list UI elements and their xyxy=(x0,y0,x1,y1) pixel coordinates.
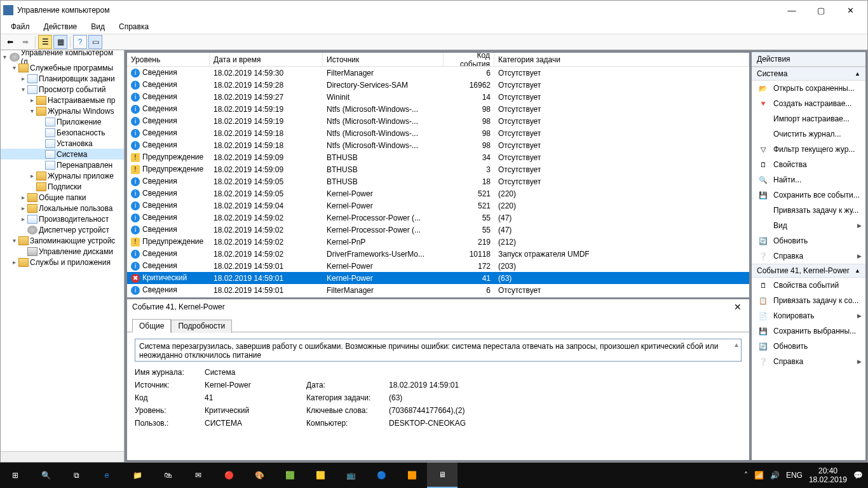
event-row[interactable]: iСведения18.02.2019 14:59:28Directory-Se… xyxy=(127,79,749,91)
taskbar-app1[interactable]: 🟩 xyxy=(275,463,305,488)
tree-item[interactable]: Диспетчер устройст xyxy=(1,224,124,235)
event-row[interactable]: iСведения18.02.2019 14:59:05Kernel-Power… xyxy=(127,187,749,200)
help-button[interactable]: ? xyxy=(73,35,87,49)
tree-item[interactable]: ▾Просмотр событий xyxy=(1,84,124,95)
event-row[interactable]: iСведения18.02.2019 14:59:02Kernel-Proce… xyxy=(127,212,749,224)
taskbar-mail[interactable]: ✉ xyxy=(183,463,214,488)
event-row[interactable]: iСведения18.02.2019 14:59:01Kernel-Power… xyxy=(127,260,749,272)
nav-tree[interactable]: ▾Управление компьютером (л▾Служебные про… xyxy=(1,51,124,268)
tree-item[interactable]: Подписки xyxy=(1,181,124,192)
tray-chevron-icon[interactable]: ˄ xyxy=(744,471,748,480)
tab-details[interactable]: Подробности xyxy=(171,320,232,333)
tree-item[interactable]: ▾Запоминающие устройс xyxy=(1,235,124,246)
event-row[interactable]: iСведения18.02.2019 14:59:30FilterManage… xyxy=(127,67,749,79)
event-row[interactable]: !Предупреждение18.02.2019 14:59:09BTHUSB… xyxy=(127,151,749,163)
tree-item[interactable]: ▸Локальные пользова xyxy=(1,203,124,214)
action-item[interactable]: ❔Справка▶ xyxy=(752,354,865,369)
action-item[interactable]: 🔄Обновить xyxy=(752,233,865,248)
start-button[interactable]: ⊞ xyxy=(0,463,31,488)
action-item[interactable]: Импорт настраивае... xyxy=(752,111,865,126)
tree-item[interactable]: ▸Общие папки xyxy=(1,192,124,203)
event-row[interactable]: iСведения18.02.2019 14:59:01FilterManage… xyxy=(127,284,749,296)
taskbar-explorer[interactable]: 📁 xyxy=(122,463,153,488)
tray-clock[interactable]: 20:40 18.02.2019 xyxy=(809,466,847,484)
menu-view[interactable]: Вид xyxy=(85,21,111,32)
event-row[interactable]: iСведения18.02.2019 14:59:18Ntfs (Micros… xyxy=(127,139,749,151)
event-row[interactable]: iСведения18.02.2019 14:59:18Ntfs (Micros… xyxy=(127,127,749,139)
tree-item[interactable]: ▾Журналы Windows xyxy=(1,105,124,116)
tree-item[interactable]: Управление дисками xyxy=(1,246,124,257)
tab-general[interactable]: Общие xyxy=(132,319,171,332)
msg-scroll-up[interactable]: ▲ xyxy=(733,341,740,348)
taskbar-paint[interactable]: 🎨 xyxy=(244,463,275,488)
taskbar-store[interactable]: 🛍 xyxy=(153,463,183,488)
action-item[interactable]: 📄Копировать▶ xyxy=(752,308,865,323)
forward-button[interactable]: ➡ xyxy=(18,35,32,49)
col-level[interactable]: Уровень xyxy=(127,53,210,66)
tree-scroll-right[interactable]: ► xyxy=(112,452,123,462)
tree-item[interactable]: Перенаправлен xyxy=(1,159,124,170)
close-button[interactable]: ✕ xyxy=(836,1,865,20)
action-item[interactable]: 🔻Создать настраивае... xyxy=(752,96,865,111)
taskbar-chrome[interactable]: 🔴 xyxy=(214,463,244,488)
action-item[interactable]: 🔍Найти... xyxy=(752,172,865,187)
menu-action[interactable]: Действие xyxy=(37,21,84,32)
toolbar-btn-1[interactable]: ☰ xyxy=(38,35,52,49)
col-source[interactable]: Источник xyxy=(323,53,444,66)
menu-help[interactable]: Справка xyxy=(112,21,155,32)
event-row[interactable]: !Предупреждение18.02.2019 14:59:09BTHUSB… xyxy=(127,163,749,175)
taskbar-app2[interactable]: 🟨 xyxy=(305,463,336,488)
minimize-button[interactable]: — xyxy=(777,1,806,20)
event-row[interactable]: iСведения18.02.2019 14:59:27Wininit14Отс… xyxy=(127,91,749,103)
tree-item[interactable]: ▸Службы и приложения xyxy=(1,257,124,268)
event-row[interactable]: iСведения18.02.2019 14:59:19Ntfs (Micros… xyxy=(127,115,749,127)
action-item[interactable]: Привязать задачу к жу... xyxy=(752,203,865,218)
tray-language[interactable]: ENG xyxy=(786,471,803,480)
event-row[interactable]: iСведения18.02.2019 14:59:19Ntfs (Micros… xyxy=(127,103,749,115)
action-item[interactable]: 💾Сохранить выбранны... xyxy=(752,323,865,339)
tree-item[interactable]: ▸Настраиваемые пр xyxy=(1,95,124,105)
tray-network-icon[interactable]: 📶 xyxy=(754,471,764,480)
search-button[interactable]: 🔍 xyxy=(31,463,61,488)
taskbar-sublime[interactable]: 🟧 xyxy=(397,463,427,488)
tree-item[interactable]: ▾Служебные программы xyxy=(1,62,124,73)
tree-item[interactable]: ▸Журналы приложе xyxy=(1,170,124,181)
tree-item[interactable]: Приложение xyxy=(1,116,124,127)
action-item[interactable]: ▽Фильтр текущего жур... xyxy=(752,142,865,157)
taskbar-edge[interactable]: e xyxy=(92,463,122,488)
menu-file[interactable]: Файл xyxy=(4,21,36,32)
back-button[interactable]: ⬅ xyxy=(3,35,17,49)
action-item[interactable]: 📂Открыть сохраненны... xyxy=(752,81,865,96)
taskbar-app4[interactable]: 🔵 xyxy=(366,463,397,488)
col-datetime[interactable]: Дата и время xyxy=(210,53,323,66)
action-item[interactable]: 💾Сохранить все событи... xyxy=(752,187,865,203)
action-item[interactable]: 📋Привязать задачу к со... xyxy=(752,293,865,308)
taskbar-app3[interactable]: 📺 xyxy=(336,463,366,488)
tree-item[interactable]: ▸Производительност xyxy=(1,214,124,224)
action-item[interactable]: 🗒Свойства событий xyxy=(752,278,865,293)
toolbar-btn-2[interactable]: ▦ xyxy=(53,35,67,49)
event-row[interactable]: iСведения18.02.2019 14:59:04Kernel-Power… xyxy=(127,200,749,212)
tray-notifications-icon[interactable]: 💬 xyxy=(853,471,863,480)
tree-item[interactable]: Система xyxy=(1,149,124,159)
event-row[interactable]: !Предупреждение18.02.2019 14:59:02Kernel… xyxy=(127,236,749,248)
tree-item[interactable]: ▸Планировщик задани xyxy=(1,73,124,84)
tree-scroll-left[interactable]: ◄ xyxy=(2,452,12,462)
action-item[interactable]: 🔄Обновить xyxy=(752,339,865,354)
event-row[interactable]: iСведения18.02.2019 14:59:05BTHUSB18Отсу… xyxy=(127,175,749,187)
col-eventid[interactable]: Код события xyxy=(444,53,494,66)
action-item[interactable]: 🗒Свойства xyxy=(752,157,865,172)
tree-item[interactable]: ▾Управление компьютером (л xyxy=(1,51,124,62)
col-category[interactable]: Категория задачи xyxy=(494,53,749,66)
action-item[interactable]: Вид▶ xyxy=(752,218,865,233)
taskview-button[interactable]: ⧉ xyxy=(61,463,92,488)
tray-volume-icon[interactable]: 🔊 xyxy=(770,471,780,480)
event-row[interactable]: ✖Критический18.02.2019 14:59:01Kernel-Po… xyxy=(127,272,749,284)
action-item[interactable]: ❔Справка▶ xyxy=(752,248,865,264)
action-item[interactable]: Очистить журнал... xyxy=(752,126,865,142)
detail-close-button[interactable]: ✕ xyxy=(731,302,744,312)
maximize-button[interactable]: ▢ xyxy=(806,1,836,20)
event-row[interactable]: iСведения18.02.2019 14:59:02DriverFramew… xyxy=(127,248,749,260)
event-row[interactable]: iСведения18.02.2019 14:59:02Kernel-Proce… xyxy=(127,224,749,236)
tree-item[interactable]: Установка xyxy=(1,138,124,149)
